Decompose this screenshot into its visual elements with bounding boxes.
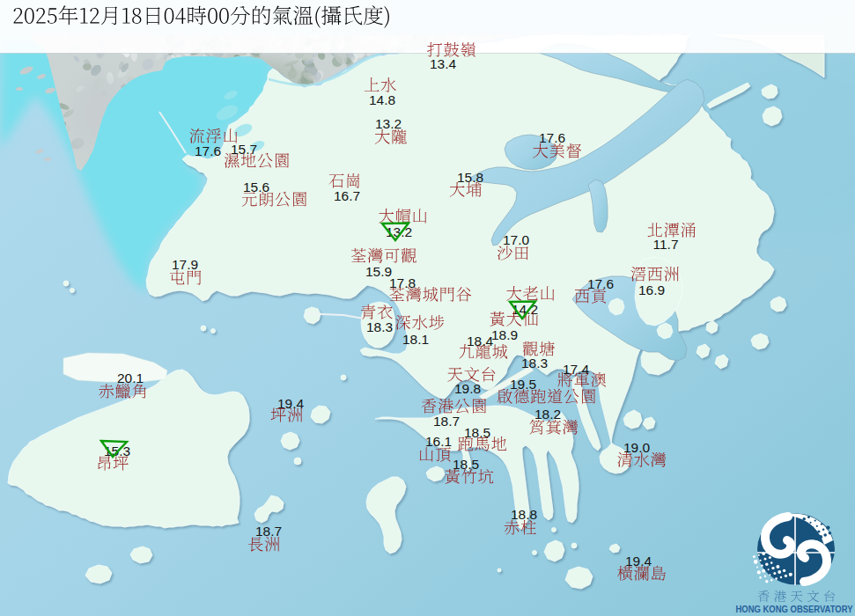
svg-text:HONG KONG OBSERVATORY: HONG KONG OBSERVATORY xyxy=(736,604,853,614)
svg-text:17.0: 17.0 xyxy=(503,232,530,247)
svg-text:15.7: 15.7 xyxy=(231,142,257,157)
svg-text:17.6: 17.6 xyxy=(587,276,614,291)
svg-text:16.1: 16.1 xyxy=(425,434,452,449)
svg-text:18.3: 18.3 xyxy=(366,319,393,334)
svg-text:17.8: 17.8 xyxy=(389,275,416,290)
svg-text:18.5: 18.5 xyxy=(453,457,479,472)
svg-text:19.4: 19.4 xyxy=(625,554,652,568)
svg-text:19.8: 19.8 xyxy=(454,381,481,396)
svg-text:18.5: 18.5 xyxy=(464,425,490,440)
svg-text:18.3: 18.3 xyxy=(521,356,548,370)
svg-text:19.0: 19.0 xyxy=(623,440,651,455)
svg-text:14.8: 14.8 xyxy=(369,92,395,107)
svg-text:18.9: 18.9 xyxy=(491,327,518,342)
svg-text:17.6: 17.6 xyxy=(195,143,221,158)
svg-text:18.4: 18.4 xyxy=(467,334,494,348)
svg-text:19.4: 19.4 xyxy=(277,396,305,411)
svg-text:18.2: 18.2 xyxy=(534,407,561,422)
svg-text:18.8: 18.8 xyxy=(511,507,537,522)
svg-text:16.9: 16.9 xyxy=(638,282,665,297)
svg-text:18.7: 18.7 xyxy=(255,524,282,539)
svg-text:11.7: 11.7 xyxy=(652,237,678,252)
svg-text:18.1: 18.1 xyxy=(402,332,429,347)
svg-text:16.7: 16.7 xyxy=(334,188,360,203)
svg-text:19.5: 19.5 xyxy=(510,377,536,392)
svg-text:15.9: 15.9 xyxy=(365,264,392,279)
svg-text:17.4: 17.4 xyxy=(563,362,590,377)
svg-text:17.9: 17.9 xyxy=(172,257,198,272)
svg-text:13.4: 13.4 xyxy=(430,56,457,71)
svg-text:15.6: 15.6 xyxy=(243,180,269,194)
svg-text:18.7: 18.7 xyxy=(433,414,460,429)
svg-text:13.2: 13.2 xyxy=(375,116,402,131)
svg-text:15.8: 15.8 xyxy=(457,170,483,185)
svg-text:20.1: 20.1 xyxy=(117,370,144,385)
svg-text:17.6: 17.6 xyxy=(539,130,565,145)
